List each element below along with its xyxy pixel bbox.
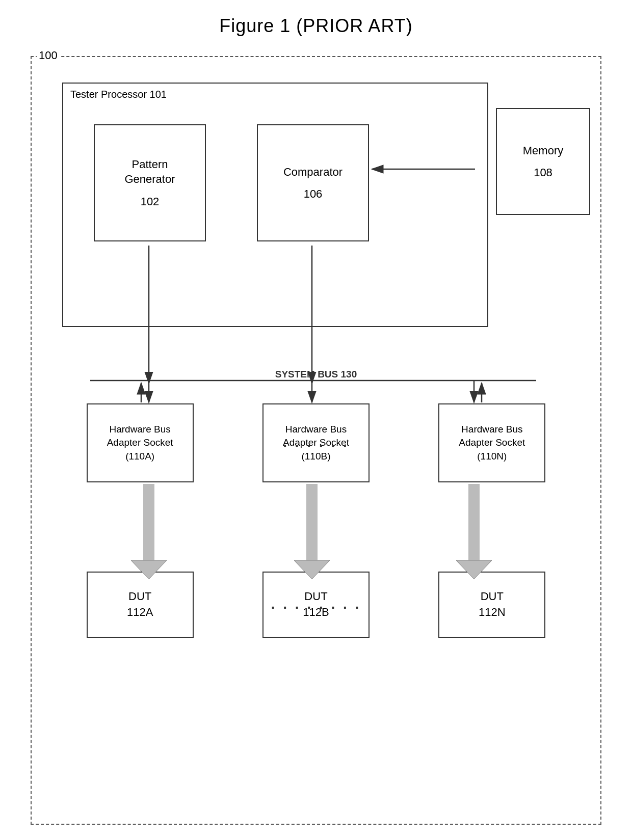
pattern-generator-label: PatternGenerator bbox=[124, 157, 175, 186]
ellipsis-dut: · · · · · · · · bbox=[271, 600, 361, 616]
comparator-number: 106 bbox=[304, 187, 323, 201]
dut-112a: DUT112A bbox=[87, 572, 194, 638]
dut-112a-label: DUT112A bbox=[127, 589, 153, 620]
tester-processor-label: Tester Processor 101 bbox=[70, 89, 167, 100]
hw-bus-adapter-110n-label: Hardware BusAdapter Socket(110N) bbox=[459, 423, 525, 464]
dut-112n: DUT112N bbox=[438, 572, 545, 638]
pattern-generator-box: PatternGenerator 102 bbox=[94, 124, 206, 241]
system-bus-label: SYSTEM BUS 130 bbox=[275, 369, 357, 380]
hw-bus-adapter-110n: Hardware BusAdapter Socket(110N) bbox=[438, 403, 545, 482]
dut-112n-label: DUT112N bbox=[479, 589, 506, 620]
comparator-box: Comparator 106 bbox=[257, 124, 369, 241]
hw-bus-adapter-110a-label: Hardware BusAdapter Socket(110A) bbox=[107, 423, 173, 464]
page-title: Figure 1 (PRIOR ART) bbox=[0, 0, 632, 47]
pattern-generator-number: 102 bbox=[141, 195, 160, 208]
hw-bus-adapter-110a: Hardware BusAdapter Socket(110A) bbox=[87, 403, 194, 482]
diagram-container: 100 Tester Processor 101 PatternGenerato… bbox=[31, 56, 601, 825]
memory-box: Memory 108 bbox=[496, 108, 590, 215]
tester-processor-box: Tester Processor 101 PatternGenerator 10… bbox=[62, 83, 488, 327]
system-number-label: 100 bbox=[37, 49, 60, 62]
ellipsis-hw: · · · · · · bbox=[283, 438, 349, 454]
memory-number: 108 bbox=[534, 166, 552, 179]
comparator-label: Comparator bbox=[283, 165, 343, 180]
memory-label: Memory bbox=[523, 144, 563, 158]
